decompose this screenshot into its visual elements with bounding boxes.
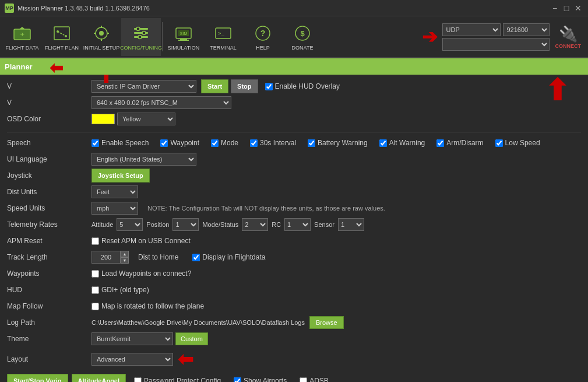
device-label: V <box>7 82 91 90</box>
hud-row: HUD GDI+ (old type) <box>7 283 581 297</box>
toolbar-config-tuning[interactable]: CONFIG/TUNING <box>121 18 161 56</box>
ui-language-label: UI Language <box>7 155 91 163</box>
apm-reset-cb[interactable] <box>91 237 99 245</box>
track-length-input[interactable] <box>91 251 121 264</box>
hud-label: HUD <box>7 286 91 294</box>
interval-check[interactable]: 30s Interval <box>250 139 296 147</box>
sensor-select[interactable]: 123 <box>338 218 364 231</box>
port-select[interactable] <box>442 38 550 51</box>
toolbar-initial-setup[interactable]: INITIAL SETUP <box>82 18 121 56</box>
interval-cb[interactable] <box>250 139 258 147</box>
alt-warning-cb[interactable] <box>379 139 387 147</box>
show-airports-check[interactable]: Show Airports <box>234 377 287 382</box>
simulation-icon: SIM <box>173 23 194 44</box>
low-speed-cb[interactable] <box>495 139 503 147</box>
mode-check[interactable]: Mode <box>211 139 238 147</box>
connection-selects: UDP TCP Serial 921600 115200 57600 <box>442 23 550 51</box>
apm-reset-row: APM Reset Reset APM on USB Connect <box>7 234 581 248</box>
enable-hud-checkbox[interactable] <box>265 83 273 90</box>
waypoints-check[interactable]: Load Waypoints on connect? <box>91 269 191 278</box>
osd-color-select[interactable]: Yellow <box>117 113 175 125</box>
ui-language-row: UI Language English (United States) <box>7 152 581 166</box>
toolbar-terminal[interactable]: >_ TERMINAL <box>203 18 243 56</box>
map-follow-cb[interactable] <box>91 303 99 310</box>
baud-select[interactable]: 921600 115200 57600 <box>503 23 550 36</box>
toolbar-donate[interactable]: $ DONATE <box>283 18 322 56</box>
waypoint-cb[interactable] <box>160 139 168 147</box>
waypoints-label: Waypoints <box>7 269 91 278</box>
track-length-spinner-btns: ▲ ▼ <box>121 251 129 264</box>
main-toolbar: ✈ FLIGHT DATA FLIGHT PLAN <box>0 16 588 58</box>
rc-select[interactable]: 123 <box>284 218 311 231</box>
hud-cb[interactable] <box>91 286 99 294</box>
password-protect-cb[interactable] <box>134 377 142 383</box>
speed-units-select[interactable]: mph kph knots <box>91 202 138 215</box>
start-button[interactable]: Start <box>201 79 228 93</box>
waypoints-cb[interactable] <box>91 270 99 278</box>
close-button[interactable]: ✕ <box>573 3 583 13</box>
mode-cb[interactable] <box>211 139 219 147</box>
dist-units-select[interactable]: Feet Meters <box>91 185 138 198</box>
svg-text:✈: ✈ <box>20 32 24 37</box>
svg-line-6 <box>58 31 66 36</box>
format-row: V 640 x 480 0.02 fps NTSC_M <box>7 96 581 110</box>
track-length-spinner: ▲ ▼ <box>91 251 129 264</box>
help-label: HELP <box>256 45 270 51</box>
dist-to-home-label: Dist to Home <box>138 253 178 261</box>
toolbar-simulation[interactable]: SIM SIMULATION <box>164 18 203 56</box>
enable-speech-cb[interactable] <box>91 139 99 147</box>
alt-warning-check[interactable]: Alt Warning <box>379 139 425 147</box>
arrow-up-left: ⬆ <box>99 75 112 87</box>
donate-icon: $ <box>292 23 313 44</box>
track-length-label: Track Length <box>7 253 91 261</box>
low-speed-check[interactable]: Low Speed <box>495 139 540 147</box>
arm-disarm-check[interactable]: Arm/Disarm <box>436 139 483 147</box>
ui-language-select[interactable]: English (United States) <box>91 153 196 166</box>
battery-warning-check[interactable]: Battery Warning <box>308 139 368 147</box>
hud-check[interactable]: GDI+ (old type) <box>91 286 149 294</box>
stop-button[interactable]: Stop <box>231 79 258 93</box>
toolbar-help[interactable]: ? HELP <box>243 18 283 56</box>
toolbar-flight-data[interactable]: ✈ FLIGHT DATA <box>2 18 42 56</box>
map-follow-check[interactable]: Map is rotated to follow the plane <box>91 302 204 310</box>
adsb-check[interactable]: ADSB <box>300 377 329 382</box>
display-flightdata-check[interactable]: Display in Flightdata <box>192 253 265 261</box>
track-length-up[interactable]: ▲ <box>121 251 129 257</box>
attitude-select[interactable]: 51234 <box>117 218 143 231</box>
config-tuning-label: CONFIG/TUNING <box>120 45 162 51</box>
adsb-cb[interactable] <box>300 377 307 383</box>
joystick-setup-button[interactable]: Joystick Setup <box>91 169 150 183</box>
config-tuning-icon <box>131 23 152 44</box>
connect-button[interactable]: 🔌 CONNECT <box>555 25 582 49</box>
layout-select[interactable]: Advanced Basic Standard <box>91 353 173 366</box>
enable-hud-check[interactable]: Enable HUD Overlay <box>265 82 340 90</box>
custom-button[interactable]: Custom <box>175 332 208 345</box>
arm-disarm-cb[interactable] <box>436 139 444 147</box>
minimize-button[interactable]: − <box>550 3 560 13</box>
waypoint-check[interactable]: Waypoint <box>160 139 199 147</box>
start-stop-vario-button[interactable]: Start/Stop Vario <box>7 374 68 382</box>
browse-button[interactable]: Browse <box>309 316 344 329</box>
protocol-select[interactable]: UDP TCP Serial <box>442 23 501 36</box>
battery-warning-cb[interactable] <box>308 139 315 147</box>
log-path-row: Log Path C:\Users\Matthew\Google Drive\M… <box>7 316 581 330</box>
track-length-down[interactable]: ▼ <box>121 257 129 264</box>
mode-status-select[interactable]: 213 <box>242 218 268 231</box>
title-bar: MP Mission Planner 1.3.48.3 build 1.1.63… <box>0 0 588 16</box>
flight-data-icon: ✈ <box>12 23 33 44</box>
password-protect-check[interactable]: Password Protect Config <box>134 377 221 382</box>
speed-units-row: Speed Units mph kph knots NOTE: The Conf… <box>7 201 581 215</box>
display-flightdata-cb[interactable] <box>192 254 200 261</box>
position-select[interactable]: 123 <box>172 218 199 231</box>
format-select[interactable]: 640 x 480 0.02 fps NTSC_M <box>91 96 231 109</box>
enable-speech-check[interactable]: Enable Speech <box>91 139 149 147</box>
show-airports-cb[interactable] <box>234 377 241 383</box>
theme-select[interactable]: BurntKermit Default Blue <box>91 332 173 345</box>
apm-reset-check[interactable]: Reset APM on USB Connect <box>91 237 191 245</box>
nav-bar: ⬅ Planner <box>0 58 588 75</box>
toolbar-flight-plan[interactable]: FLIGHT PLAN <box>42 18 82 56</box>
altitude-angel-button[interactable]: AltitudeAngel <box>72 374 126 382</box>
dist-units-label: Dist Units <box>7 188 91 196</box>
position-label: Position <box>146 221 169 228</box>
maximize-button[interactable]: □ <box>561 3 572 13</box>
